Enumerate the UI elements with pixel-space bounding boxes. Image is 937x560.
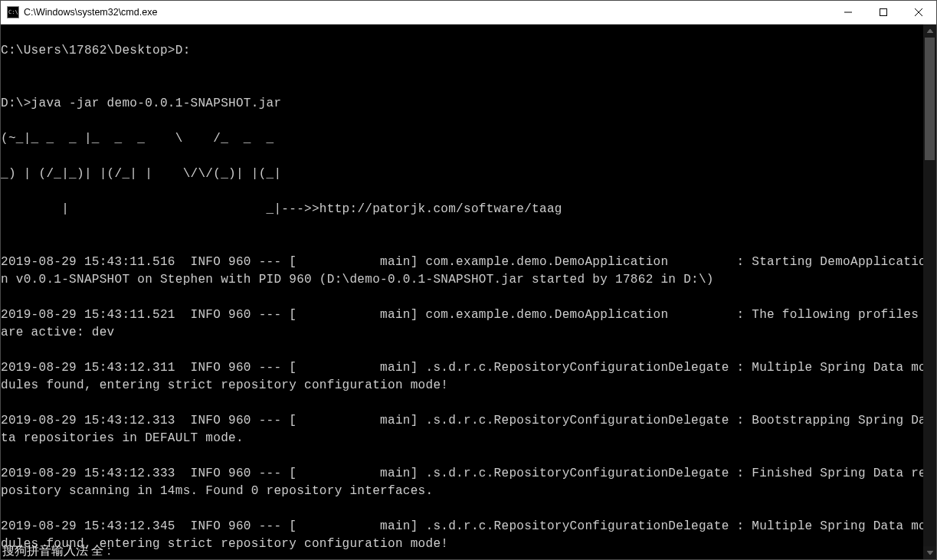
console-line: 2019-08-29 15:43:11.521 INFO 960 --- [ m… (1, 306, 930, 342)
minimize-icon (844, 8, 852, 16)
console-line: _) | (/_|_)| |(/_| | \/\/(_)| |(_| (1, 165, 930, 183)
console-line: | _|--->>http://patorjk.com/software/taa… (1, 201, 930, 218)
maximize-icon (880, 8, 887, 16)
console-line: 2019-08-29 15:43:12.333 INFO 960 --- [ m… (1, 465, 930, 500)
console-line: 2019-08-29 15:43:11.516 INFO 960 --- [ m… (1, 254, 930, 289)
titlebar-path: C:\Windows\system32\cmd.exe (24, 7, 831, 18)
console-line: D:\>java -jar demo-0.0.1-SNAPSHOT.jar (1, 95, 930, 113)
scroll-down-button[interactable] (923, 546, 936, 559)
close-button[interactable] (901, 1, 936, 24)
console-area[interactable]: C:\Users\17862\Desktop>D: D:\>java -jar … (1, 25, 936, 559)
scrollbar-thumb[interactable] (925, 38, 935, 160)
close-icon (915, 8, 922, 16)
console-line: 2019-08-29 15:43:12.313 INFO 960 --- [ m… (1, 412, 930, 447)
window-controls (831, 1, 936, 24)
console-line: C:\Users\17862\Desktop>D: (1, 42, 930, 60)
titlebar[interactable]: C:\Windows\system32\cmd.exe (1, 1, 936, 25)
console-line: (~_|_ _ _ |_ _ _ \ /_ _ _ (1, 130, 930, 148)
vertical-scrollbar[interactable] (923, 25, 936, 559)
console-line: 2019-08-29 15:43:12.345 INFO 960 --- [ m… (1, 518, 930, 553)
console-line: 2019-08-29 15:43:12.311 INFO 960 --- [ m… (1, 359, 930, 395)
maximize-button[interactable] (866, 1, 901, 24)
chevron-down-icon (927, 551, 933, 555)
cmd-window: C:\Windows\system32\cmd.exe C:\Users\178… (0, 0, 937, 560)
ime-status: 搜狗拼音输入法 全 : (1, 543, 110, 559)
scroll-up-button[interactable] (923, 25, 936, 38)
console-output: C:\Users\17862\Desktop>D: D:\>java -jar … (1, 25, 936, 559)
cmd-icon (7, 6, 19, 18)
svg-rect-1 (880, 9, 887, 16)
chevron-up-icon (927, 29, 933, 33)
scrollbar-track[interactable] (923, 38, 936, 546)
minimize-button[interactable] (831, 1, 866, 24)
